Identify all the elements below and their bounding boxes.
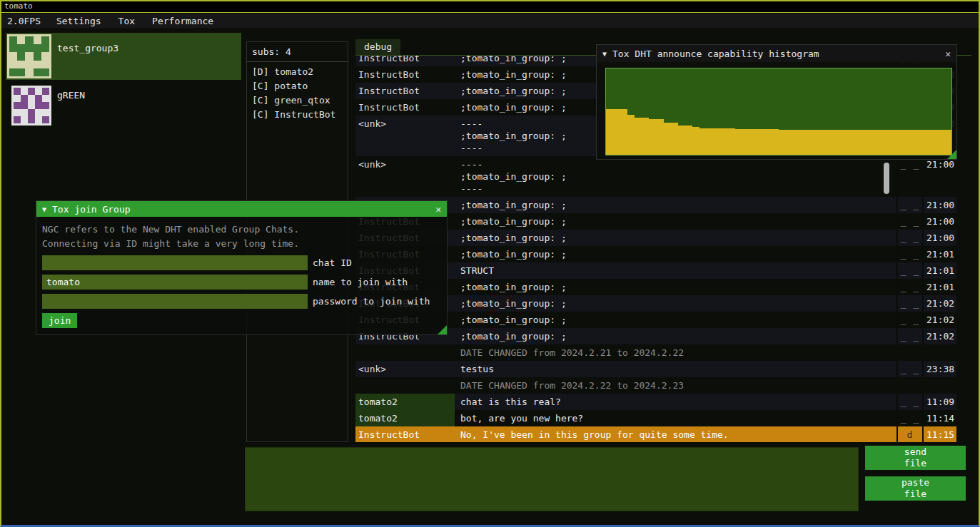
- chat-row[interactable]: tomato2bot, are you new here?_ _11:14: [355, 410, 956, 426]
- message-text: bot, are you new here?: [455, 410, 896, 426]
- member-item[interactable]: [C] green_qtox: [247, 93, 348, 108]
- message-text: STRUCT: [455, 262, 896, 279]
- menu-bar: 2.0FPS SettingsToxPerformance: [0, 14, 980, 29]
- message-author: [355, 344, 455, 361]
- message-author: InstructBot: [355, 56, 455, 66]
- menu-item-tox[interactable]: Tox: [110, 14, 143, 29]
- join-field-label: chat ID: [313, 255, 352, 270]
- message-status: [896, 377, 922, 394]
- message-text: ;tomato_in_group: ;: [455, 279, 896, 295]
- message-time: 21:02: [922, 312, 956, 328]
- message-text: ;tomato_in_group: ;: [455, 312, 896, 328]
- window-titlebar[interactable]: tomato: [0, 0, 980, 13]
- message-status: _ _: [896, 262, 922, 279]
- message-text: DATE CHANGED from 2024.2.21 to 2024.2.22: [455, 344, 896, 361]
- app-window: tomato 2.0FPS SettingsToxPerformance tes…: [0, 0, 980, 527]
- message-text: DATE CHANGED from 2024.2.22 to 2024.2.23: [455, 377, 896, 394]
- message-time: 23:38: [922, 361, 956, 377]
- message-author: InstructBot: [355, 426, 455, 442]
- menu-item-performance[interactable]: Performance: [143, 14, 222, 29]
- join-window-titlebar[interactable]: ▼ Tox join Group ✕: [36, 201, 447, 217]
- join-field-row: password to join with: [42, 294, 441, 309]
- group-avatar: [11, 86, 51, 126]
- sidebar-group-gREEN[interactable]: gREEN: [6, 83, 241, 128]
- message-status: _ _: [896, 295, 922, 312]
- join-button[interactable]: join: [42, 313, 77, 328]
- chat-scrollbar-thumb[interactable]: [884, 163, 889, 194]
- message-time: 11:15: [922, 426, 956, 442]
- message-text: ;tomato_in_group: ;: [455, 328, 896, 344]
- chat-row[interactable]: <unk>testus_ _23:38: [355, 361, 956, 377]
- member-item[interactable]: [C] potato: [247, 79, 348, 93]
- join-window-body: NGC refers to the New DHT enabled Group …: [36, 217, 447, 334]
- join-field-row: name to join with: [42, 275, 441, 290]
- message-author: InstructBot: [355, 99, 455, 116]
- chat-row[interactable]: tomato2chat is this real?_ _11:09: [355, 394, 956, 410]
- message-time: 11:14: [922, 410, 956, 426]
- join-field-label: name to join with: [313, 275, 408, 290]
- chat-row[interactable]: DATE CHANGED from 2024.2.22 to 2024.2.23: [355, 377, 956, 394]
- message-text: testus: [455, 361, 896, 377]
- message-author: InstructBot: [355, 83, 455, 99]
- message-status: _ _: [896, 279, 922, 295]
- message-text: ;tomato_in_group: ;: [455, 230, 896, 246]
- message-status: _ _: [896, 394, 922, 410]
- message-author: tomato2: [355, 410, 455, 426]
- histogram-plot: [605, 68, 952, 155]
- message-time: 21:00: [922, 213, 956, 230]
- send-file-button[interactable]: send file: [865, 446, 966, 470]
- tab-debug[interactable]: debug: [355, 39, 400, 55]
- chat-row[interactable]: InstructBotNo, I've been in this group f…: [355, 426, 956, 442]
- close-icon[interactable]: ✕: [435, 204, 441, 215]
- paste-file-button[interactable]: paste file: [865, 476, 966, 501]
- password-to-join-with-input[interactable]: [42, 294, 308, 309]
- menu-item-settings[interactable]: Settings: [48, 14, 110, 29]
- message-time: 21:01: [922, 262, 956, 279]
- message-status: _ _: [896, 328, 922, 344]
- message-status: _ _: [896, 246, 922, 262]
- message-author: <unk>: [355, 156, 455, 197]
- join-group-window: ▼ Tox join Group ✕ NGC refers to the New…: [36, 200, 448, 335]
- message-author: <unk>: [355, 116, 455, 156]
- menu-items: SettingsToxPerformance: [48, 14, 222, 29]
- histogram-window-titlebar[interactable]: ▼ Tox DHT announce capability histogram …: [597, 45, 956, 62]
- message-text: ;tomato_in_group: ;: [455, 197, 896, 213]
- message-author: InstructBot: [355, 66, 455, 83]
- window-title: tomato: [4, 1, 33, 11]
- message-status: d: [896, 426, 922, 442]
- fps-counter: 2.0FPS: [0, 14, 48, 29]
- message-status: _ _: [896, 361, 922, 377]
- message-time: 21:02: [922, 328, 956, 344]
- collapse-arrow-icon[interactable]: ▼: [602, 50, 607, 58]
- member-item[interactable]: [C] InstructBot: [247, 108, 348, 122]
- message-time: 21:00: [922, 230, 956, 246]
- collapse-arrow-icon[interactable]: ▼: [42, 205, 46, 213]
- message-text: ;tomato_in_group: ;: [455, 295, 896, 312]
- message-text: ;tomato_in_group: ;: [455, 246, 896, 262]
- member-item[interactable]: [D] tomato2: [247, 65, 348, 79]
- chat-row[interactable]: DATE CHANGED from 2024.2.21 to 2024.2.22: [355, 344, 956, 361]
- member-list: [D] tomato2[C] potato[C] green_qtox[C] I…: [247, 65, 348, 122]
- message-time: 21:02: [922, 295, 956, 312]
- chat-ID-input[interactable]: [42, 255, 308, 270]
- message-author: tomato2: [355, 394, 455, 410]
- message-author: [355, 377, 455, 394]
- chat-row[interactable]: <unk>---- ;tomato_in_group: ; ----_ _21:…: [355, 156, 956, 197]
- resize-grip[interactable]: [947, 150, 956, 159]
- close-icon[interactable]: ✕: [945, 48, 951, 59]
- message-text: ;tomato_in_group: ;: [455, 213, 896, 230]
- compose-input[interactable]: [245, 447, 859, 511]
- group-avatar: [7, 34, 51, 78]
- sidebar-group-test_group3[interactable]: test_group3: [6, 33, 241, 80]
- separator: [247, 61, 348, 62]
- name-to-join-with-input[interactable]: [42, 275, 308, 290]
- message-text: ---- ;tomato_in_group: ; ----: [455, 156, 896, 197]
- histogram-window: ▼ Tox DHT announce capability histogram …: [596, 44, 957, 160]
- message-author: <unk>: [355, 361, 455, 377]
- message-status: _ _: [896, 312, 922, 328]
- subs-count-header: subs: 4: [247, 42, 348, 60]
- message-status: [896, 344, 922, 361]
- resize-grip[interactable]: [438, 325, 447, 334]
- group-name: test_group3: [57, 43, 118, 78]
- message-time: 11:09: [922, 394, 956, 410]
